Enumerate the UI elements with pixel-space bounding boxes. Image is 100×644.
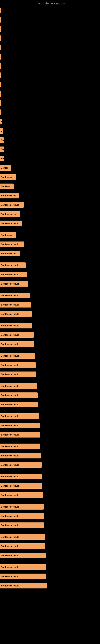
bar-row: Bottleneck result bbox=[0, 321, 100, 330]
bar-row: B bbox=[0, 117, 100, 126]
bar: Bottleneck result bbox=[0, 281, 28, 286]
bar-label: Bottleneck result bbox=[1, 434, 19, 436]
bar-row: Bottleneck result bbox=[0, 240, 100, 249]
bar-row: Bottleneck result bbox=[0, 532, 100, 541]
bar bbox=[0, 72, 1, 78]
bar-label: Bottleneck result bbox=[1, 566, 19, 568]
bar-row: Bottleneck result bbox=[0, 430, 100, 439]
bar-row bbox=[0, 62, 100, 70]
bar: Bottleneck result bbox=[0, 574, 47, 579]
bar-row: Bottlen bbox=[0, 164, 100, 172]
gap bbox=[0, 409, 100, 412]
gap bbox=[0, 590, 100, 593]
bar: Bottleneck res bbox=[0, 251, 20, 256]
bar: Bottleneck result bbox=[0, 372, 36, 377]
bar: Bottlen bbox=[0, 165, 11, 171]
bar-row: Bottleneck result bbox=[0, 352, 100, 360]
bar-label: Bottleneck result bbox=[1, 536, 19, 538]
bar-row: Bottleneck res bbox=[0, 210, 100, 218]
bar bbox=[0, 63, 1, 69]
bar: Bottleneck result bbox=[0, 422, 40, 428]
bar-row: Bottleneck result bbox=[0, 512, 100, 520]
bar-label: B bbox=[1, 120, 2, 123]
bar: Bottleneck result bbox=[0, 302, 31, 308]
bar-row: Bottleneck result bbox=[0, 542, 100, 550]
bar-row bbox=[0, 89, 100, 98]
bar-label: Bottleneck result bbox=[1, 304, 19, 306]
bar: Bottleneck result bbox=[0, 353, 35, 359]
bar: Bottleneck result bbox=[0, 202, 24, 208]
bar-label: Bottleneck result bbox=[1, 484, 19, 487]
bar: Bottleneck result bbox=[0, 272, 27, 277]
bar: Bottlenec bbox=[0, 184, 14, 189]
bar bbox=[0, 110, 1, 115]
bar: Bottleneck result bbox=[0, 534, 45, 540]
bar-label: Bottleneck result bbox=[1, 354, 19, 357]
bar-label: Bottleneck result bbox=[1, 464, 19, 466]
bar-row bbox=[0, 15, 100, 24]
bar-label: Bottleneck result bbox=[1, 204, 19, 206]
bar: Bottleneck result bbox=[0, 583, 47, 588]
gap bbox=[0, 560, 100, 563]
bar-label: Bottleneck result bbox=[1, 554, 19, 557]
bar-row: Bottleneck result bbox=[0, 270, 100, 279]
gap bbox=[0, 440, 100, 442]
bar-row bbox=[0, 80, 100, 89]
gap bbox=[0, 319, 100, 321]
bar-label: B bbox=[1, 130, 2, 132]
bar-row: Bottleneck result bbox=[0, 472, 100, 481]
bar-label: Bottleneck r bbox=[1, 234, 14, 236]
bar-row: Bottleneck result bbox=[0, 451, 100, 460]
bars-container: BBBoBoBoBottlenBottleneck rBottlenecBott… bbox=[0, 6, 100, 593]
bar: Bottleneck result bbox=[0, 544, 45, 549]
bar-row: Bottleneck r bbox=[0, 173, 100, 182]
bar-row: Bottleneck result bbox=[0, 460, 100, 469]
gap bbox=[0, 500, 100, 502]
bar: Bottleneck result bbox=[0, 362, 36, 368]
bar bbox=[0, 45, 1, 50]
bar-row: Bottleneck result bbox=[0, 200, 100, 209]
bar: Bo bbox=[0, 146, 4, 152]
bar: B bbox=[0, 128, 3, 134]
bar-row: Bo bbox=[0, 145, 100, 154]
bar-label: Bottleneck result bbox=[1, 294, 19, 297]
bar-row: Bo bbox=[0, 154, 100, 163]
bar bbox=[0, 36, 1, 41]
bar-row: Bottleneck result bbox=[0, 330, 100, 339]
bar-row: Bottlenec bbox=[0, 182, 100, 191]
bar-row bbox=[0, 108, 100, 117]
gap bbox=[0, 530, 100, 532]
bar bbox=[0, 26, 1, 32]
bar-label: Bottlen bbox=[1, 167, 8, 169]
bar-row: Bottleneck result bbox=[0, 291, 100, 300]
bar-label: Bottleneck result bbox=[1, 282, 19, 285]
bar-label: Bottleneck result bbox=[1, 584, 19, 587]
bar-row: Bottleneck result bbox=[0, 361, 100, 370]
bar-label: Bottlenec bbox=[1, 185, 11, 188]
bar-label: Bo bbox=[1, 148, 4, 150]
bar: Bottleneck res bbox=[0, 211, 20, 217]
bar-row: Bottleneck result bbox=[0, 300, 100, 309]
bar-label: Bo bbox=[1, 158, 4, 160]
bar-row bbox=[0, 43, 100, 52]
bar-row: Bottleneck res bbox=[0, 191, 100, 200]
bar: Bo bbox=[0, 156, 4, 162]
bar: Bottleneck result bbox=[0, 323, 32, 328]
bar: Bottleneck result bbox=[0, 402, 38, 407]
bar-row bbox=[0, 6, 100, 15]
bar: Bottleneck result bbox=[0, 553, 46, 558]
bar-row: Bottleneck result bbox=[0, 421, 100, 430]
bar-row: Bottleneck result bbox=[0, 261, 100, 270]
bar bbox=[0, 8, 1, 13]
bar-row: Bo bbox=[0, 136, 100, 144]
bar-row: Bottleneck result bbox=[0, 442, 100, 451]
bar-label: Bottleneck result bbox=[1, 324, 19, 327]
bar-row: Bottleneck result bbox=[0, 382, 100, 390]
bar-label: Bottleneck result bbox=[1, 475, 19, 478]
bar-row: Bottleneck res bbox=[0, 249, 100, 258]
bar: Bottleneck result bbox=[0, 522, 44, 528]
bar: Bottleneck result bbox=[0, 242, 24, 247]
bar-label: Bottleneck result bbox=[1, 373, 19, 376]
bar-label: Bottleneck result bbox=[1, 494, 19, 496]
bar: Bottleneck result bbox=[0, 332, 34, 338]
